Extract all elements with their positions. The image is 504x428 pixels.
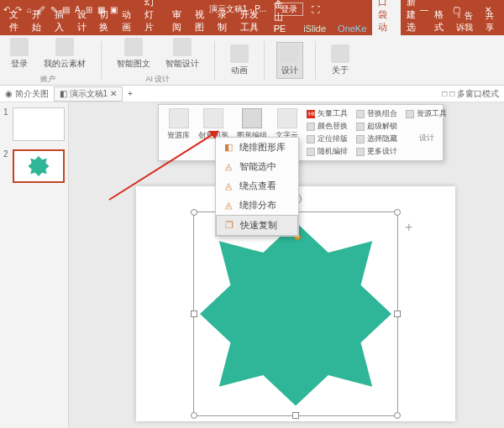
resize-handle-ne[interactable] xyxy=(394,209,401,216)
menu-quick-copy[interactable]: ❐快速复制 xyxy=(216,215,298,236)
position-layout-button[interactable]: 定位排版 xyxy=(307,133,348,144)
tab-islide[interactable]: iSlide xyxy=(297,22,332,35)
qat-table-icon[interactable]: ▦ xyxy=(97,5,105,14)
resize-handle-se[interactable] xyxy=(394,412,401,419)
tab-format[interactable]: 格式 xyxy=(428,7,451,35)
qat-box-icon[interactable]: ▣ xyxy=(110,5,118,14)
login-ribbon-button[interactable]: 登录 xyxy=(7,36,32,71)
breadcrumb[interactable]: ◉ 简介关图 xyxy=(5,88,49,100)
restore-icon[interactable]: ⛶ xyxy=(312,5,320,14)
selection-box[interactable] xyxy=(193,211,398,416)
tab-pocket[interactable]: 口袋动 xyxy=(372,0,400,35)
resize-handle-s[interactable] xyxy=(292,412,299,419)
smart-image-button[interactable]: 智能图文 xyxy=(113,36,154,71)
cloud-icon xyxy=(55,38,74,56)
group-label-ai: AI 设计 xyxy=(145,74,170,85)
design-button[interactable]: 设计 xyxy=(276,42,303,79)
group-label-account: 账户 xyxy=(40,74,55,85)
tab-developer[interactable]: 开发工具 xyxy=(234,7,268,35)
about-button[interactable]: 关于 xyxy=(328,43,353,78)
vector-tools-button[interactable]: HOT矢量工具 xyxy=(307,108,348,119)
qat-list-icon[interactable]: ▤ xyxy=(62,5,70,14)
tab-record[interactable]: 录制 xyxy=(212,7,234,35)
separator xyxy=(101,41,102,80)
resize-handle-sw[interactable] xyxy=(191,412,197,419)
resource-tools-button[interactable]: 资源工具 xyxy=(406,108,447,119)
tab-newtab[interactable]: 新建选 xyxy=(401,0,428,35)
color-replace-button[interactable]: 颜色替换 xyxy=(307,121,348,132)
menu-smart-select[interactable]: ◬智能选中 xyxy=(216,157,298,176)
ribbon-group-account: 登录 我的云素材 账户 xyxy=(7,36,89,85)
more-design-button[interactable]: 更多设计 xyxy=(356,146,397,157)
multiwindow-button[interactable]: □ □ 多窗口模式 xyxy=(442,88,499,100)
about-icon xyxy=(331,44,349,63)
resource-icon xyxy=(169,108,189,128)
qat-grid-icon[interactable]: ⊞ xyxy=(86,5,92,14)
tab-slideshow[interactable]: 幻灯片 xyxy=(139,0,166,35)
separator xyxy=(315,41,316,80)
tell-me[interactable]: ♀ 告诉我 xyxy=(451,8,481,35)
design-label: 设计 xyxy=(406,133,447,144)
document-tab-bar: ◉ 简介关图 ◧ 演示文稿1 ✕ + □ □ 多窗口模式 xyxy=(0,86,504,102)
thumbnail-1[interactable]: 1 xyxy=(3,107,65,141)
animation-icon xyxy=(230,44,249,63)
hide-icon xyxy=(356,135,365,144)
resource-lib-button[interactable]: 资源库 xyxy=(164,108,193,157)
wordcloud-icon xyxy=(277,108,297,128)
qat-edit-icon[interactable]: 🖉 xyxy=(37,5,45,14)
hot-badge: HOT xyxy=(307,110,315,118)
tab-review[interactable]: 审阅 xyxy=(166,7,189,35)
svg-marker-0 xyxy=(29,156,50,176)
qat-text-icon[interactable]: A xyxy=(75,5,81,14)
menu-wrap-distribute[interactable]: ◬绕排分布 xyxy=(216,196,298,215)
thumbnail-2[interactable]: 2 xyxy=(3,149,65,183)
thumbnail-number: 1 xyxy=(3,107,10,141)
copy-icon: ❐ xyxy=(223,220,235,232)
restool-icon xyxy=(406,110,414,118)
toolbar-far-column: 资源工具 设计 xyxy=(402,108,450,157)
wrap-view-icon: ◬ xyxy=(223,180,234,192)
qat-pen-icon[interactable]: ✎ xyxy=(50,5,57,14)
smart-image-icon xyxy=(124,38,143,56)
ribbon-group-ai: 智能图文 智能设计 AI 设计 xyxy=(113,36,202,85)
super-unlock-button[interactable]: 超级解锁 xyxy=(356,121,397,132)
random-icon xyxy=(307,148,315,156)
separator xyxy=(264,41,265,80)
color-icon xyxy=(307,123,315,131)
replace-combo-button[interactable]: 替换组合 xyxy=(356,108,397,119)
menu-wrap-view[interactable]: ◬绕点查看 xyxy=(216,176,298,196)
menu-wrap-shape-lib[interactable]: ◧绕排图形库 xyxy=(216,138,298,157)
tab-onekey[interactable]: OneKe xyxy=(332,22,372,35)
ribbon: 登录 我的云素材 账户 智能图文 智能设计 AI 设计 动画 设计 关于 xyxy=(0,35,504,86)
resize-handle-w[interactable] xyxy=(191,311,197,317)
replace-icon xyxy=(356,110,365,118)
qat-undo-icon[interactable]: ↶ xyxy=(3,5,10,14)
position-icon xyxy=(307,135,315,144)
slide-thumbnails: 1 2 xyxy=(0,102,69,428)
tab-view[interactable]: 视图 xyxy=(189,7,212,35)
tab-animation[interactable]: 动画 xyxy=(116,7,139,35)
shape-lib-icon: ◧ xyxy=(223,142,234,154)
share-button[interactable]: 共享 xyxy=(480,8,501,35)
thumbnail-number: 2 xyxy=(3,149,10,183)
cloud-assets-button[interactable]: 我的云素材 xyxy=(40,36,89,71)
qat-redo-icon[interactable]: ↷ xyxy=(15,5,22,14)
add-shape-icon[interactable]: + xyxy=(405,220,412,235)
smart-design-icon xyxy=(173,38,192,56)
tab-wps[interactable]: 金山PE xyxy=(268,0,297,35)
arrange-icon xyxy=(242,108,262,128)
toolbar-mid-column: HOT矢量工具 颜色替换 定位排版 随机编排 xyxy=(303,108,351,157)
arrange-dropdown-menu: ◧绕排图形库 ◬智能选中 ◬绕点查看 ◬绕排分布 ❐快速复制 xyxy=(215,137,299,237)
doc-tab[interactable]: ◧ 演示文稿1 ✕ xyxy=(54,86,123,102)
resize-handle-nw[interactable] xyxy=(191,209,197,216)
floating-toolbar: 资源库 创意图形 图形编排 文字云 HOT矢量工具 颜色替换 定位排版 随机编排… xyxy=(158,104,444,161)
more-icon xyxy=(356,148,365,156)
resize-handle-e[interactable] xyxy=(394,311,401,317)
smart-design-button[interactable]: 智能设计 xyxy=(162,36,202,71)
select-hide-button[interactable]: 选择隐藏 xyxy=(356,133,397,144)
random-arrange-button[interactable]: 随机编排 xyxy=(307,146,348,157)
animation-button[interactable]: 动画 xyxy=(227,43,252,78)
qat-home-icon[interactable]: ⌂ xyxy=(27,5,32,14)
thumbnail-slide xyxy=(13,149,65,183)
add-tab-icon[interactable]: + xyxy=(128,89,133,98)
